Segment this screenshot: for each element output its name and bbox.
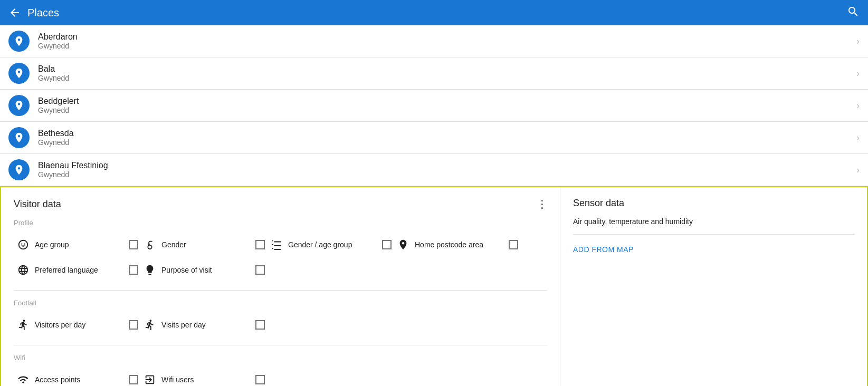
- visitors-per-day-label: Visitors per day: [35, 321, 125, 329]
- access-points-label: Access points: [35, 375, 125, 384]
- panel-header: Visitor data ⋮: [14, 198, 547, 210]
- visitors-per-day-icon: [16, 317, 31, 332]
- place-region: Gwynedd: [38, 170, 856, 179]
- language-item: Preferred language: [14, 258, 140, 282]
- language-label: Preferred language: [35, 266, 125, 274]
- place-avatar: [8, 95, 30, 116]
- place-name: Bala: [38, 64, 856, 74]
- visitor-data-title: Visitor data: [14, 199, 61, 210]
- place-info: Aberdaron Gwynedd: [38, 32, 856, 50]
- wifi-users-checkbox[interactable]: [255, 375, 265, 384]
- place-region: Gwynedd: [38, 106, 856, 114]
- visitor-data-panel: Visitor data ⋮ Profile Age group: [1, 187, 560, 386]
- language-checkbox[interactable]: [129, 265, 138, 275]
- place-info: Bethesda Gwynedd: [38, 129, 856, 147]
- purpose-item: Purpose of visit: [140, 258, 267, 282]
- search-icon[interactable]: [847, 5, 860, 21]
- place-info: Blaenau Ffestiniog Gwynedd: [38, 161, 856, 179]
- visits-per-day-label: Visits per day: [161, 321, 251, 329]
- wifi-section-label: Wifi: [14, 354, 547, 362]
- gender-age-label: Gender / age group: [288, 240, 378, 249]
- purpose-icon: [142, 263, 157, 277]
- add-from-map-button[interactable]: ADD FROM MAP: [573, 241, 634, 258]
- expanded-place-section: Visitor data ⋮ Profile Age group: [0, 186, 868, 386]
- purpose-checkbox[interactable]: [255, 265, 265, 275]
- postcode-checkbox[interactable]: [509, 240, 518, 249]
- visits-per-day-checkbox[interactable]: [255, 320, 265, 330]
- place-avatar: [8, 159, 30, 180]
- place-item-beddgelert[interactable]: Beddgelert Gwynedd ›: [0, 90, 868, 122]
- gender-icon: [142, 237, 157, 252]
- gender-age-item: Gender / age group: [267, 233, 394, 256]
- place-info: Bala Gwynedd: [38, 64, 856, 82]
- place-item-aberdaron[interactable]: Aberdaron Gwynedd ›: [0, 25, 868, 57]
- sensor-data-panel: Sensor data Air quality, temperature and…: [560, 187, 867, 386]
- gender-label: Gender: [161, 240, 251, 249]
- age-group-item: Age group: [14, 233, 140, 256]
- visits-per-day-item: Visits per day: [140, 313, 267, 336]
- wifi-users-item: Wifi users: [140, 368, 267, 386]
- footfall-divider: [14, 345, 547, 345]
- place-item-bethesda[interactable]: Bethesda Gwynedd ›: [0, 122, 868, 154]
- age-group-icon: [16, 237, 31, 252]
- place-name: Aberdaron: [38, 32, 856, 42]
- sensor-data-description: Air quality, temperature and humidity: [573, 217, 854, 226]
- postcode-icon: [396, 237, 411, 252]
- chevron-right-icon: ›: [856, 100, 860, 111]
- purpose-label: Purpose of visit: [161, 266, 251, 274]
- wifi-users-label: Wifi users: [161, 375, 251, 384]
- back-button[interactable]: [8, 6, 21, 19]
- visitors-per-day-item: Visitors per day: [14, 313, 140, 336]
- app-header: Places: [0, 0, 868, 25]
- sensor-data-title: Sensor data: [573, 198, 854, 209]
- footfall-grid: Visitors per day Visits per day: [14, 313, 547, 336]
- chevron-right-icon: ›: [856, 68, 860, 79]
- chevron-right-icon: ›: [856, 132, 860, 143]
- access-points-item: Access points: [14, 368, 140, 386]
- gender-age-icon: [269, 237, 284, 252]
- more-options-icon[interactable]: ⋮: [537, 198, 547, 210]
- visitors-per-day-checkbox[interactable]: [129, 320, 138, 330]
- wifi-grid: Access points Wifi users: [14, 368, 547, 386]
- page-title: Places: [27, 7, 847, 19]
- footfall-section-label: Footfall: [14, 299, 547, 307]
- sensor-divider: [573, 234, 854, 235]
- language-icon: [16, 263, 31, 277]
- age-group-label: Age group: [35, 240, 125, 249]
- profile-grid: Age group Gender: [14, 233, 547, 282]
- place-name: Blaenau Ffestiniog: [38, 161, 856, 170]
- place-item-bala[interactable]: Bala Gwynedd ›: [0, 57, 868, 90]
- profile-divider: [14, 290, 547, 291]
- chevron-right-icon: ›: [856, 165, 860, 176]
- place-name: Bethesda: [38, 129, 856, 138]
- gender-age-checkbox[interactable]: [382, 240, 392, 249]
- places-list: Aberdaron Gwynedd › Bala Gwynedd › Beddg…: [0, 25, 868, 386]
- place-region: Gwynedd: [38, 138, 856, 147]
- access-points-icon: [16, 372, 31, 386]
- chevron-right-icon: ›: [856, 36, 860, 47]
- place-item-blaenau[interactable]: Blaenau Ffestiniog Gwynedd ›: [0, 154, 868, 186]
- place-avatar: [8, 31, 30, 52]
- gender-item: Gender: [140, 233, 267, 256]
- place-region: Gwynedd: [38, 74, 856, 82]
- postcode-item: Home postcode area: [394, 233, 520, 256]
- place-avatar: [8, 63, 30, 84]
- age-group-checkbox[interactable]: [129, 240, 138, 249]
- postcode-label: Home postcode area: [415, 240, 504, 249]
- profile-section-label: Profile: [14, 219, 547, 227]
- place-region: Gwynedd: [38, 42, 856, 50]
- access-points-checkbox[interactable]: [129, 375, 138, 384]
- place-info: Beddgelert Gwynedd: [38, 96, 856, 114]
- visits-per-day-icon: [142, 317, 157, 332]
- place-name: Beddgelert: [38, 96, 856, 106]
- wifi-users-icon: [142, 372, 157, 386]
- place-avatar: [8, 127, 30, 148]
- gender-checkbox[interactable]: [255, 240, 265, 249]
